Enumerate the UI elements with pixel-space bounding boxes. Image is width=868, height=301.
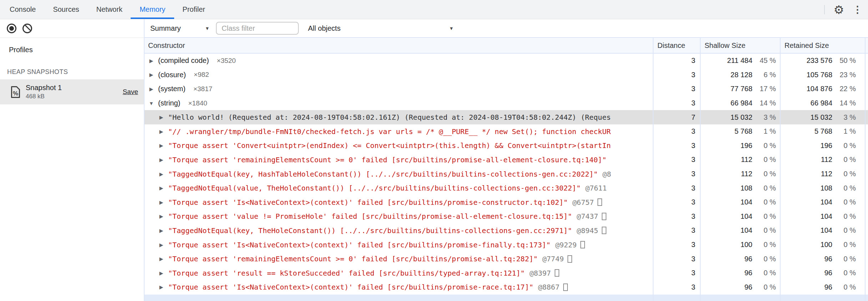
heap-row[interactable]: ▶"TaggedNotEqual(value, TheHoleConstant(… <box>145 181 868 195</box>
shallow-size-percent: 0 % <box>752 212 776 221</box>
object-id: @7437 <box>577 212 598 221</box>
retained-size-percent: 0 % <box>832 184 856 192</box>
column-header-shallow-size[interactable]: Shallow Size <box>700 41 780 50</box>
expand-arrow-icon[interactable]: ▶ <box>158 199 165 205</box>
collapse-arrow-icon[interactable]: ▼ <box>148 100 155 106</box>
constructor-name: (string) <box>158 99 180 107</box>
expand-arrow-icon[interactable]: ▶ <box>158 284 165 290</box>
shallow-size-percent: 1 % <box>752 127 776 135</box>
expand-arrow-icon[interactable]: ▶ <box>158 114 165 120</box>
column-header-distance[interactable]: Distance <box>653 41 700 50</box>
distance-value: 3 <box>691 226 695 235</box>
shallow-size-cell: 5 7681 % <box>700 124 780 139</box>
sidebar-item-snapshot-1[interactable]: % Snapshot 1 468 kB Save <box>0 79 144 104</box>
missing-glyph-icon <box>563 283 568 291</box>
shallow-size-percent: 0 % <box>752 226 776 235</box>
retained-size-percent: 0 % <box>832 142 856 150</box>
tab-profiler[interactable]: Profiler <box>182 0 205 19</box>
column-header-retained-size[interactable]: Retained Size <box>780 41 868 50</box>
constructor-cell: ▶"Torque assert 'Is<NativeContext>(conte… <box>145 238 653 252</box>
heap-row[interactable]: ▶"Torque assert 'remainingElementsCount … <box>145 153 868 167</box>
retained-size-percent: 50 % <box>832 56 856 65</box>
heap-row[interactable]: ▶"Torque assert 'Is<NativeContext>(conte… <box>145 195 868 209</box>
perspective-select[interactable]: Summary ▼ <box>150 24 210 33</box>
snapshot-file-icon: % <box>11 86 20 98</box>
shallow-size-cell: 1120 % <box>700 167 780 181</box>
distance-cell: 3 <box>653 266 700 280</box>
shallow-size-cell: 1000 % <box>700 238 780 252</box>
expand-arrow-icon[interactable]: ▶ <box>158 171 165 177</box>
heap-row[interactable]: ▼(string)×1840366 98414 %66 98414 % <box>145 96 868 110</box>
column-divider[interactable] <box>780 38 781 301</box>
distance-value: 3 <box>691 283 695 291</box>
instance-count: ×3817 <box>193 85 212 93</box>
heap-row[interactable]: ▶"Torque assert 'Is<NativeContext>(conte… <box>145 238 868 252</box>
expand-arrow-icon[interactable]: ▶ <box>158 242 165 248</box>
tab-console[interactable]: Console <box>10 0 36 19</box>
column-divider[interactable] <box>653 38 653 301</box>
expand-arrow-icon[interactable]: ▶ <box>158 157 165 163</box>
distance-value: 3 <box>691 85 695 93</box>
tab-network[interactable]: Network <box>96 0 122 19</box>
tab-memory[interactable]: Memory <box>140 0 165 19</box>
heap-row[interactable]: ▶(closure)×982328 1286 %105 76823 % <box>145 68 868 82</box>
expand-arrow-icon[interactable]: ▶ <box>158 143 165 148</box>
constructor-cell: ▶(closure)×982 <box>145 68 653 82</box>
expand-arrow-icon[interactable]: ▶ <box>158 228 165 233</box>
heap-row[interactable]: ▶(compiled code)×35203211 48445 %233 576… <box>145 54 868 68</box>
constructor-cell: ▶"Torque assert 'remainingElementsCount … <box>145 252 653 266</box>
expand-arrow-icon[interactable]: ▶ <box>158 185 165 191</box>
heap-row[interactable]: ▶(system)×3817377 76817 %104 87622 % <box>145 82 868 96</box>
profiles-sidebar: Profiles HEAP SNAPSHOTS % Snapshot 1 468… <box>0 19 144 301</box>
expand-arrow-icon[interactable]: ▶ <box>148 58 155 64</box>
distance-cell: 3 <box>653 223 700 238</box>
string-value: "TaggedNotEqual(key, TheHoleConstant()) … <box>168 226 572 235</box>
retained-size-value: 66 984 <box>780 99 832 107</box>
heap-row[interactable]: ▶"Torque assert 'Is<NativeContext>(conte… <box>145 280 868 295</box>
heap-row[interactable]: ▶"Hello world! (Requested at: 2024-08-19… <box>145 110 868 124</box>
expand-arrow-icon[interactable]: ▶ <box>148 86 155 92</box>
class-filter-input[interactable] <box>216 22 299 35</box>
heap-row[interactable]: ▶"Torque assert 'Convert<uintptr>(endInd… <box>145 139 868 153</box>
object-id: @8397 <box>529 269 551 277</box>
shallow-size-value: 104 <box>700 226 752 235</box>
objects-scope-select[interactable]: All objects ▼ <box>302 24 459 33</box>
svg-text:%: % <box>13 90 18 97</box>
shallow-size-cell: 1960 % <box>700 139 780 153</box>
retained-size-cell: 1040 % <box>780 209 868 224</box>
more-menu-icon[interactable]: ⋮ <box>853 4 862 15</box>
distance-value: 3 <box>691 212 695 221</box>
retained-size-cell: 960 % <box>780 252 868 266</box>
missing-glyph-icon <box>597 198 602 206</box>
record-heap-snapshot-icon[interactable] <box>7 24 16 33</box>
retained-size-value: 104 <box>780 226 832 235</box>
expand-arrow-icon[interactable]: ▶ <box>158 213 165 219</box>
expand-arrow-icon[interactable]: ▶ <box>158 256 165 262</box>
distance-cell: 3 <box>653 167 700 181</box>
column-header-constructor[interactable]: Constructor <box>145 41 653 50</box>
settings-gear-icon[interactable]: ⚙ <box>833 4 844 16</box>
heap-row[interactable]: ▶"TaggedNotEqual(key, TheHoleConstant())… <box>145 223 868 238</box>
shallow-size-percent: 0 % <box>752 142 776 150</box>
grid-header: Constructor Distance Shallow Size Retain… <box>145 38 868 54</box>
heap-row[interactable]: ▶"// .wrangler/tmp/bundle-FmNIt0/checked… <box>145 124 868 139</box>
heap-row[interactable]: ▶"Torque assert 'remainingElementsCount … <box>145 252 868 266</box>
distance-value: 3 <box>691 127 695 135</box>
tab-sources[interactable]: Sources <box>53 0 79 19</box>
snapshot-text: Snapshot 1 468 kB <box>26 84 62 100</box>
clear-profiles-icon[interactable] <box>22 24 32 33</box>
string-value: "Torque assert 'remainingElementsCount >… <box>168 255 538 263</box>
expand-arrow-icon[interactable]: ▶ <box>158 129 165 134</box>
save-snapshot-link[interactable]: Save <box>123 88 138 96</box>
expand-arrow-icon[interactable]: ▶ <box>148 72 155 78</box>
missing-glyph-icon <box>567 255 572 263</box>
object-id: @7611 <box>585 184 607 192</box>
expand-arrow-icon[interactable]: ▶ <box>158 270 165 276</box>
heap-row[interactable]: ▶"Torque assert 'result == kStoreSuccede… <box>145 266 868 280</box>
constructor-cell: ▶"TaggedNotEqual(key, TheHoleConstant())… <box>145 223 653 238</box>
column-divider[interactable] <box>700 38 701 301</box>
shallow-size-cell: 960 % <box>700 266 780 280</box>
retained-size-cell: 104 87622 % <box>780 82 868 96</box>
heap-row[interactable]: ▶"TaggedNotEqual(key, HashTableHoleConst… <box>145 167 868 181</box>
heap-row[interactable]: ▶"Torque assert 'value != PromiseHole' f… <box>145 209 868 224</box>
